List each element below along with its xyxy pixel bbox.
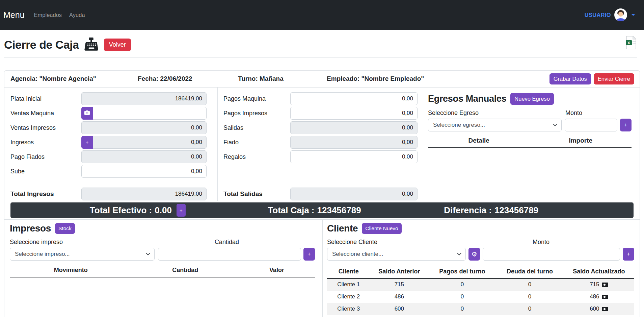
fiado-label: Fiado	[223, 139, 290, 146]
chevron-down-icon[interactable]	[631, 14, 635, 16]
saldo-actualizado: 486	[590, 293, 599, 300]
table-row: Cliente 1 715 0 0 715	[327, 278, 634, 291]
importe-header: Importe	[530, 137, 632, 144]
add-egreso-button[interactable]: +	[620, 119, 632, 131]
excel-export-icon[interactable]: X	[626, 36, 637, 51]
summary-row: Agencia: "Nombre Agencia" Fecha: 22/06/2…	[4, 71, 640, 88]
money-icon[interactable]	[602, 295, 608, 299]
egreso-select[interactable]: Seleccione egreso...	[428, 119, 562, 131]
user-menu[interactable]: USUARIO	[585, 8, 635, 21]
egresos-panel: Egresos Manuales Nuevo Egreso Seleccione…	[423, 88, 640, 201]
pagos-turno: 0	[428, 315, 496, 317]
col-cliente: Cliente	[327, 266, 370, 278]
ingresos-divider	[4, 183, 217, 183]
empleado-label: Empleado: "Nombre Empleado"	[327, 75, 424, 82]
col-deuda-turno: Deuda del turno	[496, 266, 563, 278]
stock-button[interactable]: Stock	[55, 223, 75, 234]
saldo-anterior: 486	[370, 291, 428, 303]
ventas-maquina-input[interactable]	[93, 107, 207, 120]
saldo-actualizado: 715	[590, 281, 599, 288]
nav-link-ayuda[interactable]: Ayuda	[69, 12, 85, 18]
plata-inicial-input	[81, 92, 207, 105]
user-avatar[interactable]	[614, 8, 627, 21]
add-cliente-pago-button[interactable]: +	[623, 248, 634, 261]
pagos-impresos-input[interactable]	[290, 107, 418, 120]
cliente-heading: Cliente	[327, 223, 358, 234]
field-row-ventas-maquina: Ventas Maquina	[10, 107, 207, 120]
chevron-down-icon	[146, 251, 150, 255]
enviar-cierre-button[interactable]: Enviar Cierre	[594, 73, 634, 84]
cierre-card: Agencia: "Nombre Agencia" Fecha: 22/06/2…	[4, 70, 640, 317]
total-efectivo-label: Total Efectivo :	[90, 205, 152, 216]
saldo-actualizado: 600	[590, 306, 599, 312]
cliente-nuevo-button[interactable]: Cliente Nuevo	[362, 223, 401, 234]
total-ingresos-row: Total Ingresos	[10, 188, 207, 200]
field-row-pago-fiados: Pago Fiados	[10, 150, 207, 163]
salidas-column: Pagos Maquina Pagos Impresos Salidas Fia…	[218, 88, 423, 201]
cliente-select[interactable]: Seleccione cliente...	[327, 248, 466, 261]
pago-fiados-label: Pago Fiados	[10, 153, 81, 161]
egreso-monto-label: Monto	[565, 109, 632, 117]
grabar-datos-button[interactable]: Grabar Datos	[549, 73, 591, 84]
egreso-select-placeholder: Seleccione egreso...	[433, 122, 485, 128]
avatar-shirt	[616, 18, 625, 21]
cash-register-icon	[84, 37, 99, 52]
total-efectivo-section: Total Efectivo : 0.00 +	[10, 204, 226, 217]
salidas-divider	[218, 183, 423, 183]
table-row: Cliente 3 600 0 0 600	[327, 303, 634, 315]
table-row: Cliente 4 1660 0 0 1660	[327, 315, 634, 317]
add-efectivo-button[interactable]: +	[177, 204, 186, 217]
cliente-settings-button[interactable]: ⚙	[468, 248, 480, 261]
nav-link-empleados[interactable]: Empleados	[34, 12, 62, 18]
menu-brand[interactable]: Menu	[3, 10, 25, 20]
avatar-face	[618, 12, 623, 17]
total-salidas-label: Total Salidas	[223, 190, 290, 198]
camera-button[interactable]	[81, 107, 93, 120]
egreso-monto-input[interactable]	[565, 119, 617, 131]
money-icon[interactable]	[602, 307, 608, 311]
totals-bar: Total Efectivo : 0.00 + Total Caja : 123…	[10, 202, 634, 218]
svg-text:X: X	[627, 41, 630, 45]
impreso-select[interactable]: Seleccione impreso...	[10, 248, 155, 261]
saldo-anterior: 715	[370, 278, 428, 291]
money-icon[interactable]	[602, 283, 608, 287]
page-title: Cierre de Caja	[4, 38, 79, 51]
field-row-pagos-impresos: Pagos Impresos	[223, 107, 418, 120]
total-ingresos-input	[81, 188, 207, 200]
add-impreso-button[interactable]: +	[303, 248, 315, 261]
bottom-sections: Impresos Stock Seleccione impreso Cantid…	[4, 219, 640, 317]
field-row-plata-inicial: Plata Inicial	[10, 92, 207, 105]
col-saldo-actualizado: Saldo Actualizado	[564, 266, 634, 278]
volver-button[interactable]: Volver	[104, 39, 131, 51]
pagos-turno: 0	[428, 303, 496, 315]
regalos-label: Regalos	[223, 153, 290, 161]
add-ingreso-button[interactable]: +	[81, 136, 93, 149]
field-row-sube: Sube	[10, 165, 207, 178]
cantidad-header: Cantidad	[132, 267, 239, 274]
cliente-monto-input[interactable]	[483, 248, 620, 261]
clientes-table: Cliente Saldo Anterior Pagos del turno D…	[327, 266, 634, 317]
total-salidas-input	[290, 188, 418, 200]
cliente-section: Cliente Cliente Nuevo Seleccione Cliente…	[323, 220, 640, 317]
ventas-impresos-input	[81, 121, 207, 134]
field-row-ventas-impresos: Ventas Impresos	[10, 121, 207, 134]
regalos-input[interactable]	[290, 150, 418, 163]
cantidad-input[interactable]	[158, 248, 301, 261]
sube-input[interactable]	[81, 165, 207, 178]
cliente-name: Cliente 4	[327, 315, 370, 317]
plata-inicial-label: Plata Inicial	[10, 95, 81, 102]
detalle-header: Detalle	[428, 137, 530, 144]
field-row-salidas: Salidas	[223, 121, 418, 134]
diferencia-value: 123456789	[494, 205, 538, 216]
seleccione-cliente-label: Seleccione Cliente	[327, 239, 377, 246]
impresos-heading: Impresos	[10, 223, 51, 234]
nuevo-egreso-button[interactable]: Nuevo Egreso	[510, 93, 554, 105]
saldo-anterior: 600	[370, 303, 428, 315]
egresos-table-header: Detalle Importe	[428, 137, 632, 148]
impreso-select-placeholder: Seleccione impreso...	[15, 251, 70, 258]
total-salidas-row: Total Salidas	[223, 188, 418, 200]
title-divider	[4, 57, 637, 58]
plus-icon: +	[85, 140, 88, 145]
fields-grid: Plata Inicial Ventas Maquina	[4, 88, 640, 201]
pagos-maquina-input[interactable]	[290, 92, 418, 105]
